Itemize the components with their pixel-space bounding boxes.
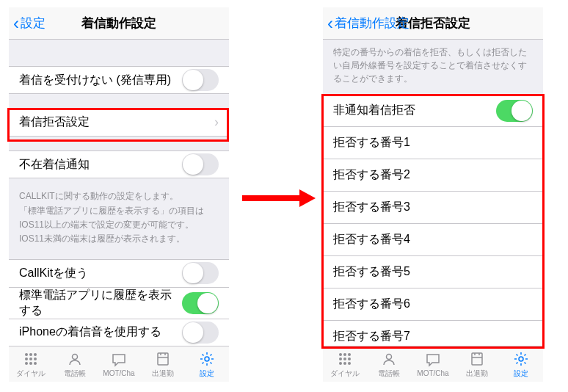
chevron-right-icon: › (214, 115, 219, 130)
row-block-number[interactable]: 拒否する番号2 (323, 159, 543, 192)
row-block-settings[interactable]: 着信拒否設定 › (9, 108, 229, 136)
row-label: 拒否する番号2 (333, 167, 410, 183)
svg-point-23 (519, 357, 523, 361)
svg-point-20 (348, 362, 351, 365)
page-title: 着信動作設定 (81, 15, 156, 32)
row-block-number[interactable]: 拒否する番号3 (323, 192, 543, 224)
tab-attendance[interactable]: 出退勤 (141, 346, 185, 382)
tab-dial[interactable]: ダイヤル (323, 346, 367, 382)
row-block-number[interactable]: 拒否する番号6 (323, 288, 543, 321)
row-reject-all[interactable]: 着信を受付けない (発信専用) (9, 66, 229, 94)
tab-settings[interactable]: 設定 (499, 346, 543, 382)
attendance-icon (155, 350, 171, 368)
svg-point-15 (339, 357, 342, 360)
tab-settings[interactable]: 設定 (185, 346, 229, 382)
svg-point-8 (34, 362, 37, 365)
toggle-missed-notice[interactable] (182, 153, 219, 175)
tab-label: 設定 (514, 369, 528, 379)
row-use-ringtone[interactable]: iPhoneの着信音を使用する (9, 319, 229, 346)
tab-label: 設定 (200, 369, 214, 379)
tab-label: 電話帳 (64, 369, 86, 379)
chat-icon (425, 351, 441, 369)
gear-icon (199, 350, 215, 368)
svg-point-5 (34, 357, 37, 360)
row-block-number[interactable]: 拒否する番号4 (323, 224, 543, 256)
svg-marker-25 (299, 189, 316, 207)
tab-motcha[interactable]: MOT/Cha (97, 346, 141, 382)
svg-point-9 (73, 354, 78, 359)
row-block-number[interactable]: 拒否する番号7 (323, 321, 543, 346)
svg-point-2 (34, 353, 37, 356)
back-label: 設定 (21, 15, 45, 32)
chat-icon (111, 351, 127, 369)
toggle-anonymous-reject[interactable] (496, 100, 533, 122)
tab-attendance[interactable]: 出退勤 (455, 346, 499, 382)
navbar: ‹ 設定 着信動作設定 (9, 7, 229, 40)
row-label: iPhoneの着信音を使用する (19, 324, 161, 340)
section-description: 特定の番号からの着信を拒否、もしくは拒否したい自局外線番号を設定することで着信さ… (323, 40, 543, 94)
content: 着信を受付けない (発信専用) 着信拒否設定 › 不在着信通知 CALLKITに… (9, 40, 229, 346)
svg-point-7 (29, 362, 32, 365)
svg-point-16 (343, 357, 346, 360)
svg-point-21 (387, 354, 392, 359)
tabbar: ダイヤル 電話帳 MOT/Cha 出退勤 設定 (323, 346, 543, 382)
content: 特定の番号からの着信を拒否、もしくは拒否したい自局外線番号を設定することで着信さ… (323, 40, 543, 346)
tab-dial[interactable]: ダイヤル (9, 346, 53, 382)
tab-contacts[interactable]: 電話帳 (53, 346, 97, 382)
row-label: 拒否する番号4 (333, 232, 410, 247)
row-block-number[interactable]: 拒否する番号5 (323, 256, 543, 288)
tab-label: MOT/Cha (103, 369, 134, 377)
svg-point-4 (29, 357, 32, 360)
row-label: 標準電話アプリに履歴を表示する (19, 288, 182, 319)
row-missed-notice[interactable]: 不在着信通知 (9, 150, 229, 178)
toggle-show-history[interactable] (182, 292, 219, 314)
row-label: 拒否する番号5 (333, 264, 410, 280)
row-block-number[interactable]: 拒否する番号1 (323, 127, 543, 159)
row-use-callkit[interactable]: CallKitを使う (9, 259, 229, 287)
svg-point-17 (348, 357, 351, 360)
row-label: CallKitを使う (19, 266, 88, 281)
row-label: 拒否する番号1 (333, 135, 410, 150)
contacts-icon (67, 350, 83, 368)
tab-label: 電話帳 (378, 369, 400, 379)
svg-point-12 (339, 353, 342, 356)
block-list-group: 非通知着信拒否 拒否する番号1 拒否する番号2 拒否する番号3 拒否する番号4 … (323, 94, 543, 346)
row-label: 拒否する番号3 (333, 200, 410, 215)
gear-icon (513, 350, 529, 368)
contacts-icon (381, 350, 397, 368)
svg-point-18 (339, 362, 342, 365)
tab-contacts[interactable]: 電話帳 (367, 346, 411, 382)
row-anonymous-reject[interactable]: 非通知着信拒否 (323, 95, 543, 127)
row-label: 不在着信通知 (19, 157, 90, 173)
tab-label: ダイヤル (16, 369, 45, 379)
svg-rect-22 (472, 353, 482, 365)
back-button[interactable]: ‹ 着信動作設定 (327, 15, 409, 32)
annotation-arrow-icon (242, 189, 316, 207)
svg-point-14 (348, 353, 351, 356)
tab-motcha[interactable]: MOT/Cha (411, 346, 455, 382)
attendance-icon (469, 350, 485, 368)
toggle-use-ringtone[interactable] (182, 322, 219, 344)
toggle-use-callkit[interactable] (182, 262, 219, 284)
dialpad-icon (23, 350, 39, 368)
tabbar: ダイヤル 電話帳 MOT/Cha 出退勤 設定 (9, 346, 229, 382)
svg-point-13 (343, 353, 346, 356)
back-label: 着信動作設定 (335, 15, 409, 32)
svg-point-19 (343, 362, 346, 365)
tab-label: 出退勤 (152, 369, 174, 379)
screen-incoming-settings: ‹ 設定 着信動作設定 着信を受付けない (発信専用) 着信拒否設定 › 不在着… (9, 7, 229, 382)
row-label: 非通知着信拒否 (333, 103, 415, 118)
svg-point-0 (25, 353, 28, 356)
row-show-history[interactable]: 標準電話アプリに履歴を表示する (9, 287, 229, 319)
toggle-reject-all[interactable] (182, 69, 219, 91)
chevron-left-icon: ‹ (13, 15, 19, 32)
dialpad-icon (337, 350, 353, 368)
back-button[interactable]: ‹ 設定 (13, 15, 45, 32)
row-label: 拒否する番号6 (333, 297, 410, 312)
svg-point-3 (25, 357, 28, 360)
tab-label: ダイヤル (330, 369, 360, 379)
tab-label: 出退勤 (466, 369, 488, 379)
chevron-left-icon: ‹ (327, 15, 333, 32)
svg-point-1 (29, 353, 32, 356)
row-label: 着信を受付けない (発信専用) (19, 73, 171, 88)
